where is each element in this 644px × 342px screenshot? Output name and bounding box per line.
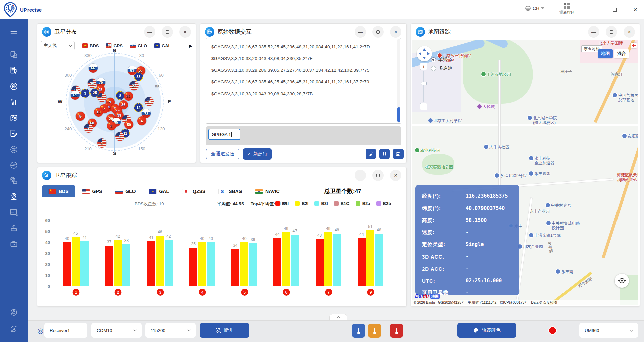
cn-flag-checkbox-icon[interactable] — [82, 43, 88, 48]
receiver-name-input[interactable]: Receiver1 — [44, 323, 87, 338]
eu-flag-checkbox-icon[interactable] — [154, 43, 160, 48]
panel-minimize-button[interactable]: — — [355, 26, 366, 38]
panel-close-button[interactable]: ✕ — [390, 170, 401, 181]
position-info-label: 3D ACC: — [422, 254, 466, 260]
panel-minimize-button[interactable]: — — [588, 26, 599, 38]
sidebar-item-menu[interactable] — [0, 26, 28, 40]
map-type-hybrid-button[interactable]: 混合 — [614, 49, 629, 58]
sidebar-item-device-config[interactable] — [0, 174, 28, 187]
map-poi-text: 玉河湿地公园 — [487, 72, 511, 77]
sidebar-item-command-log[interactable] — [0, 206, 28, 219]
y-tick-label: 50 — [45, 229, 50, 234]
window-close-button[interactable]: ✕ — [630, 5, 640, 15]
temperature-button-blue[interactable] — [352, 324, 365, 338]
bar-value-label: 41 — [149, 235, 153, 240]
pan-right-icon[interactable] — [427, 52, 430, 55]
scrollbar-thumb[interactable] — [397, 107, 400, 122]
rearrange-button[interactable]: 重新排列 — [555, 2, 579, 15]
tab-bds[interactable]: BDS — [42, 185, 75, 197]
satellite-prn: 73 — [144, 112, 148, 116]
us-flag-checkbox-icon[interactable] — [106, 43, 111, 48]
map-zoom-out-button[interactable]: − — [420, 103, 427, 110]
position-info-row: 高度:58.1500 — [422, 214, 513, 226]
module-select[interactable]: UM960 — [579, 323, 638, 338]
map-poi-icon — [546, 221, 551, 225]
pause-button[interactable] — [379, 149, 390, 159]
panel-minimize-button[interactable]: — — [355, 170, 366, 181]
command-input[interactable]: GPGGA 1 — [208, 129, 240, 140]
temperature-button-orange[interactable] — [368, 324, 381, 338]
more-systems-arrow[interactable]: ▶ — [189, 43, 192, 48]
tab-gps[interactable]: GPS — [75, 185, 109, 197]
com-port-select[interactable]: COM10 — [91, 323, 142, 338]
baud-rate-select[interactable]: 115200 — [145, 323, 196, 338]
sidebar-item-receiver-config[interactable] — [0, 142, 28, 156]
panel-close-button[interactable]: ✕ — [179, 26, 191, 38]
panel-maximize-button[interactable] — [162, 26, 173, 38]
panel-maximize-button[interactable] — [372, 170, 384, 181]
radio-icon[interactable] — [431, 66, 436, 71]
map-type-map-button[interactable]: 地图 — [598, 49, 613, 58]
sidebar-item-map-tracking[interactable] — [0, 111, 28, 124]
radio-selected-icon[interactable] — [431, 57, 436, 62]
disconnect-button[interactable]: 断开 — [200, 323, 249, 338]
sidebar-item-position[interactable] — [0, 190, 28, 203]
save-button[interactable] — [393, 149, 404, 159]
bottombar-collapse-button[interactable] — [329, 314, 347, 320]
pan-up-icon[interactable] — [423, 48, 426, 51]
pan-down-icon[interactable] — [423, 57, 426, 59]
pan-left-icon[interactable] — [419, 52, 421, 55]
tab-glo[interactable]: GLO — [109, 185, 142, 197]
sidebar-item-security[interactable] — [0, 305, 28, 319]
system-checkbox-glo[interactable]: GLO — [130, 43, 147, 48]
panel-maximize-button[interactable] — [372, 26, 384, 38]
new-line-button[interactable]: ✓ 新建行 — [243, 148, 272, 160]
satellite-tracking-icon — [9, 98, 18, 107]
map-zoom-in-button[interactable]: + — [420, 63, 427, 70]
scrollbar[interactable] — [397, 39, 400, 123]
legend-item-b2a: B2a — [356, 201, 370, 206]
tab-sbas[interactable]: SBAS — [212, 185, 249, 197]
cn-flag-icon — [49, 189, 56, 194]
panel-maximize-button[interactable] — [606, 26, 617, 38]
sidebar-item-attitude[interactable] — [0, 158, 28, 172]
temperature-button-red[interactable] — [390, 324, 403, 338]
map-locate-button[interactable] — [615, 274, 629, 288]
system-checkbox-bds[interactable]: BDS — [82, 43, 99, 48]
baidu-map[interactable]: 北京故宫博物院北院区玉河湿地公园张庄子阎家汪中国气象局总部基地大悦城北京中关村学… — [412, 40, 638, 305]
map-poi-label: 永福北路9号院 — [495, 173, 527, 178]
tab-navic[interactable]: NAVIC — [249, 185, 286, 197]
position-info-label: 2D ACC: — [422, 266, 466, 272]
track-color-button[interactable]: 轨迹颜色 — [457, 323, 516, 338]
sidebar-item-receiver-connect[interactable] — [0, 48, 28, 61]
sidebar-item-message-config[interactable] — [0, 127, 28, 140]
sidebar-item-firmware-upgrade[interactable] — [0, 221, 28, 235]
sidebar-item-raw-data[interactable] — [0, 64, 28, 77]
panel-close-button[interactable]: ✕ — [390, 26, 401, 38]
tab-gal[interactable]: GAL — [142, 185, 176, 197]
map-pan-control[interactable] — [417, 46, 432, 61]
map-zoom-handle[interactable] — [421, 82, 427, 85]
language-selector[interactable]: CH — [525, 5, 544, 11]
panel-minimize-button[interactable]: — — [144, 26, 155, 38]
tab-qzss[interactable]: QZSS — [176, 185, 212, 197]
bar-value-label: 46 — [158, 230, 162, 234]
window-minimize-button[interactable]: — — [589, 5, 599, 15]
channel-mode-multi[interactable]: 多通道 — [431, 65, 452, 71]
send-all-channels-button[interactable]: 全通道发送 — [206, 149, 239, 159]
antenna-select[interactable]: 主天线 — [41, 41, 75, 50]
sidebar-item-satellite-tracking[interactable] — [0, 95, 28, 109]
nmea-output-area[interactable]: $GAGSV,3,2,10,16,67,035,52,25,45,296,48,… — [206, 38, 401, 124]
system-checkbox-gal[interactable]: GAL — [154, 43, 171, 48]
track-color-swatch[interactable] — [548, 326, 557, 335]
ru-flag-checkbox-icon[interactable] — [130, 43, 136, 48]
sidebar-item-toolbox[interactable] — [0, 237, 28, 250]
window-restore-button[interactable] — [610, 5, 620, 15]
satellite-prn: 4 — [141, 119, 143, 123]
sidebar-item-satellite-distribution[interactable] — [0, 79, 28, 93]
panel-close-button[interactable]: ✕ — [624, 26, 635, 38]
sidebar-item-auto-update[interactable] — [0, 322, 28, 335]
clear-button[interactable] — [366, 149, 376, 159]
map-park-area — [422, 154, 454, 175]
channel-mode-single[interactable]: 单通道 — [431, 57, 452, 63]
